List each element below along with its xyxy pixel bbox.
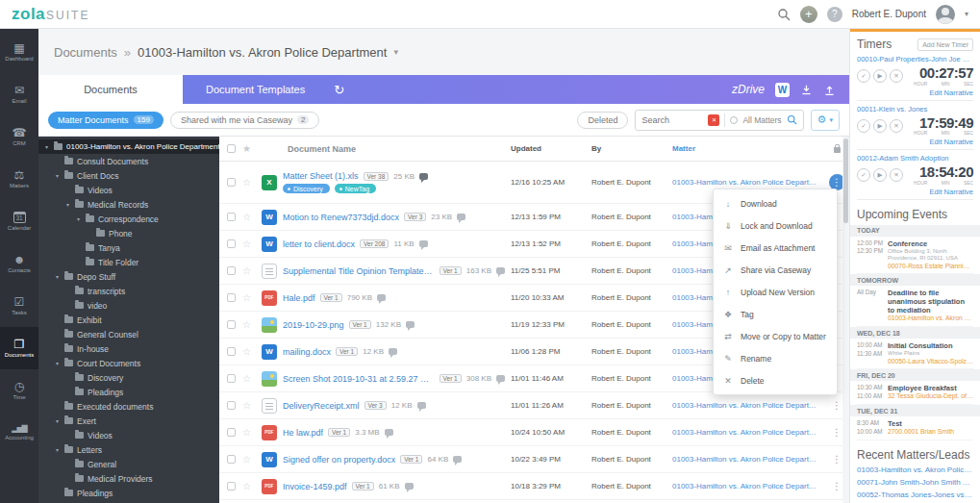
sidebar-item-matters[interactable]: ⚖Matters: [0, 158, 38, 200]
search-input[interactable]: [641, 115, 703, 125]
table-row[interactable]: ☆PDFInvoice-1459.pdfVer 161 KB10/18 3:29…: [219, 473, 849, 500]
star-icon[interactable]: ☆: [242, 400, 251, 411]
event-matter-link[interactable]: 2700.0001 Brian Smith: [888, 428, 973, 437]
row-checkbox[interactable]: [227, 428, 236, 437]
comment-icon[interactable]: [406, 321, 415, 328]
row-checkbox[interactable]: [227, 347, 236, 356]
menu-item-delete[interactable]: ✕Delete: [714, 369, 837, 391]
recent-matter-link[interactable]: 01003-Hamilton vs. Akron Police Departme…: [857, 465, 973, 477]
matter-link[interactable]: 01003-Hamilton vs. Akron Police Departme…: [672, 401, 824, 410]
menu-item-download[interactable]: ↓Download: [714, 192, 837, 214]
menu-item-tag[interactable]: ❖Tag: [714, 303, 837, 325]
sidebar-item-time[interactable]: ◷Time: [0, 369, 38, 412]
sidebar-item-accounting[interactable]: ▂▅▇Accounting: [0, 412, 38, 454]
comment-icon[interactable]: [496, 375, 505, 382]
tree-item-exert[interactable]: ▾Exert: [38, 414, 219, 428]
table-row[interactable]: ☆PDFHe law.pdfVer 13.3 MB10/24 10:50 AMR…: [219, 419, 849, 446]
event-item[interactable]: 10:00 AM11:30 AMInitial ConsultationWhit…: [857, 339, 973, 369]
upload-documents-icon[interactable]: [823, 84, 836, 96]
filter-deleted[interactable]: Deleted: [577, 112, 628, 129]
timer-matter-link[interactable]: 00010-Paul Properties-John Joe Eviction: [857, 55, 973, 63]
tree-item-pleadings[interactable]: Pleadings: [38, 385, 219, 399]
star-icon[interactable]: ☆: [242, 177, 251, 188]
timer-complete-button[interactable]: ✓: [857, 119, 870, 133]
tree-item-01003-hamilton-vs-akron-police-department[interactable]: ▾01003-Hamilton vs. Akron Police Departm…: [38, 139, 219, 154]
zdrive-button[interactable]: zDrive: [732, 83, 765, 96]
row-checkbox[interactable]: [227, 374, 236, 383]
column-header-matter[interactable]: Matter: [672, 144, 824, 153]
tree-item-medical-records[interactable]: ▾Medical Records: [38, 197, 219, 212]
matter-link[interactable]: 01003-Hamilton vs. Akron Police Departme…: [672, 455, 824, 464]
tree-item-video[interactable]: video: [38, 298, 219, 313]
document-name-link[interactable]: Invoice-1459.pdf: [283, 482, 347, 491]
star-column-header[interactable]: ★: [242, 143, 262, 154]
menu-item-upload-new-version[interactable]: ↑Upload New Version: [714, 281, 837, 303]
column-header-name[interactable]: Document Name: [262, 144, 511, 154]
menu-item-lock-and-download[interactable]: ⇓Lock and Download: [714, 214, 837, 237]
timer-play-button[interactable]: ▶: [873, 69, 887, 83]
refresh-icon[interactable]: ↻: [334, 83, 344, 97]
search-filter-badge[interactable]: ✕: [708, 114, 719, 126]
tree-item-videos[interactable]: Videos: [38, 428, 219, 442]
tree-item-medical-providers[interactable]: Medical Providers: [38, 471, 219, 486]
timer-discard-button[interactable]: ✕: [890, 69, 903, 83]
timer-discard-button[interactable]: ✕: [890, 119, 903, 133]
star-icon[interactable]: ☆: [242, 265, 251, 276]
matter-link[interactable]: 01003-Hamilton vs. Akron Police Departme…: [672, 428, 824, 437]
row-checkbox[interactable]: [227, 266, 236, 275]
timer-matter-link[interactable]: 00011-Klein vs. Jones: [857, 105, 973, 113]
document-name-link[interactable]: Supplemental Title Opinion Template.dotx: [283, 266, 435, 276]
quick-add-button[interactable]: +: [800, 6, 817, 23]
comment-icon[interactable]: [419, 173, 428, 180]
filter-matter-documents[interactable]: Matter Documents 159: [48, 112, 163, 129]
tree-item-videos[interactable]: Videos: [38, 183, 219, 197]
comment-icon[interactable]: [405, 483, 414, 490]
matter-link[interactable]: 01003-Hamilton vs. Akron Police Departme…: [672, 178, 824, 187]
column-header-by[interactable]: By: [591, 144, 672, 153]
recent-matter-link[interactable]: 00071-John Smith-John Smith vs Jenna Smi…: [857, 477, 973, 490]
table-row[interactable]: ☆WSigned offer on property.docxVer 164 K…: [219, 446, 849, 473]
tree-item-transcripts[interactable]: transcripts: [38, 284, 219, 298]
document-name-link[interactable]: He law.pdf: [283, 428, 323, 438]
star-icon[interactable]: ☆: [242, 373, 251, 384]
star-icon[interactable]: ☆: [242, 427, 251, 438]
document-name-link[interactable]: 2019-10-29.png: [283, 320, 344, 330]
tree-item-general-counsel[interactable]: General Counsel: [38, 327, 219, 341]
zolasuite-logo[interactable]: zola SUITE: [12, 5, 89, 24]
column-header-updated[interactable]: Updated: [511, 144, 591, 153]
row-checkbox[interactable]: [227, 178, 236, 187]
timer-play-button[interactable]: ▶: [873, 119, 887, 133]
tree-item-title-folder[interactable]: Title Folder: [38, 255, 219, 269]
table-settings-button[interactable]: ⚙ ▾: [811, 110, 840, 131]
tree-item-court-documents[interactable]: ▾Court Documents: [38, 356, 219, 370]
tag-pill-discovery[interactable]: Discovery: [283, 184, 330, 193]
document-name-link[interactable]: Hale.pdf: [283, 293, 315, 303]
edit-narrative-link[interactable]: Edit Narrative: [857, 188, 973, 196]
star-icon[interactable]: ☆: [242, 454, 251, 465]
edit-narrative-link[interactable]: Edit Narrative: [857, 88, 973, 97]
tab-document-templates[interactable]: Document Templates: [183, 84, 328, 95]
document-name-link[interactable]: Screen Shot 2019-10-31 at 2.59.27 PM.png: [283, 374, 435, 384]
row-checkbox[interactable]: [227, 239, 236, 248]
star-icon[interactable]: ☆: [242, 481, 251, 491]
event-matter-link[interactable]: 00050-Laura Vitacco-Spolzino vs Strano: [888, 358, 973, 366]
event-item[interactable]: All DayDeadline to file unanimous stipul…: [857, 286, 973, 327]
comment-icon[interactable]: [496, 267, 505, 274]
matter-link[interactable]: 01003-Hamilton vs. Akron Police Departme…: [672, 482, 824, 490]
tab-documents[interactable]: Documents: [38, 75, 183, 104]
timer-complete-button[interactable]: ✓: [857, 168, 870, 182]
select-all-checkbox[interactable]: [227, 144, 236, 153]
tree-item-general[interactable]: General: [38, 457, 219, 471]
document-name-link[interactable]: Signed offer on property.docx: [283, 455, 395, 465]
comment-icon[interactable]: [419, 240, 428, 247]
timer-complete-button[interactable]: ✓: [857, 69, 870, 83]
user-avatar[interactable]: [936, 5, 955, 24]
sidebar-item-contacts[interactable]: ☻Contacts: [0, 242, 38, 285]
sidebar-item-documents[interactable]: ❐Documents: [0, 327, 38, 369]
row-checkbox[interactable]: [227, 293, 236, 302]
menu-item-move-or-copy-to-matter[interactable]: ⇄Move or Copy to Matter: [714, 325, 837, 347]
tree-item-tanya[interactable]: Tanya: [38, 240, 219, 255]
star-icon[interactable]: ☆: [242, 346, 251, 357]
comment-icon[interactable]: [453, 456, 462, 463]
tree-item-depo-stuff[interactable]: ▾Depo Stuff: [38, 269, 219, 284]
